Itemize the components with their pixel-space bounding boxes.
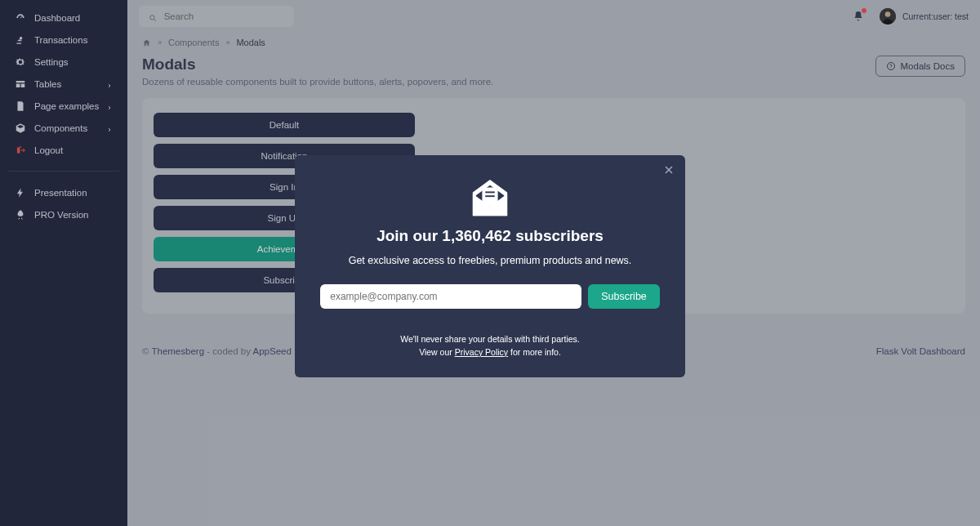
fineprint-line1: We'll never share your details with thir… (314, 333, 666, 346)
fineprint-pre: View our (419, 347, 455, 357)
modal-lead: Get exclusive access to freebies, premiu… (314, 255, 666, 266)
fineprint-post: for more info. (508, 347, 561, 357)
email-input[interactable] (320, 284, 581, 309)
subscribe-modal: Join our 1,360,462 subscribers Get exclu… (295, 155, 685, 377)
privacy-policy-link[interactable]: Privacy Policy (455, 347, 508, 357)
modal-title: Join our 1,360,462 subscribers (314, 227, 666, 245)
svg-rect-5 (485, 191, 495, 193)
svg-rect-6 (485, 195, 495, 197)
envelope-open-icon (470, 180, 510, 219)
close-button[interactable] (662, 163, 675, 176)
modal-fineprint: We'll never share your details with thir… (314, 333, 666, 359)
subscribe-button[interactable]: Subscribe (588, 284, 660, 309)
